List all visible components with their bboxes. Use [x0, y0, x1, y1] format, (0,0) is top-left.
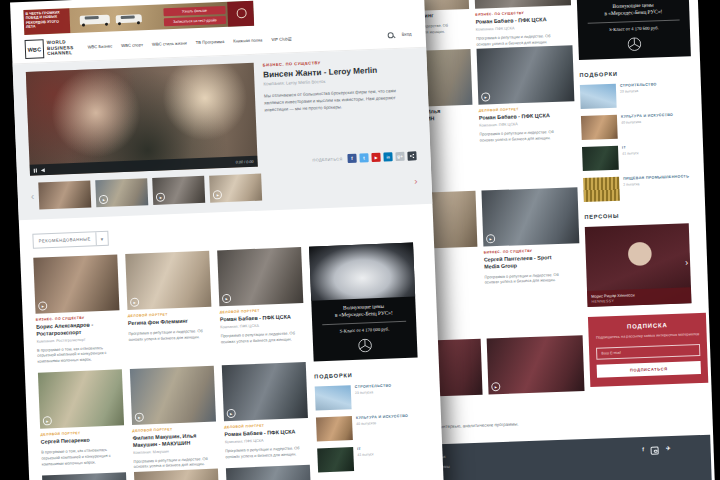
login-link[interactable]: Вход — [402, 31, 412, 36]
card-photo: ▶ — [217, 247, 303, 306]
video-card[interactable]: ▶ ДЕЛОВОЙ ПОРТРЕТ Филипп Макушин, Илья М… — [130, 366, 218, 471]
video-card[interactable]: БИЗНЕС. ПО СУЩЕСТВУ Роман Бабаев - ПФК Ц… — [473, 0, 560, 49]
social-icon[interactable] — [651, 447, 659, 455]
card-photo[interactable] — [226, 465, 312, 480]
video-card[interactable]: ▶ ДЕЛОВОЙ ПОРТРЕТ Роман Бабаев - ПФК ЦСК… — [477, 46, 566, 191]
share-icon[interactable]: in — [383, 152, 392, 161]
mercedes-ad[interactable]: Волнующие цены в «Мерседес-Бенц РУС»! S-… — [575, 0, 691, 60]
carousel-next-button[interactable]: › — [414, 176, 418, 186]
video-card[interactable]: ▶ БИЗНЕС. ПО СУЩЕСТВУ Сергей Пантелеев -… — [481, 188, 570, 339]
collection-thumb — [317, 447, 354, 472]
nav-item[interactable]: Книжная полка — [233, 37, 262, 43]
pause-icon[interactable] — [34, 168, 38, 172]
collection-title[interactable]: IT — [622, 145, 638, 150]
collection-title[interactable]: СТРОИТЕЛЬСТВО — [355, 383, 392, 389]
learn-more-button[interactable]: Узнать больше — [163, 5, 225, 15]
brand-panel — [227, 1, 254, 27]
carousel-thumb[interactable]: ▶ — [153, 176, 206, 205]
chevron-down-icon[interactable]: ▾ — [95, 232, 107, 245]
footer-social: f✈ — [642, 445, 697, 462]
share-more-icon[interactable] — [407, 151, 416, 160]
card-company: Компания: ПФК ЦСКА — [220, 322, 304, 329]
card-title[interactable]: Сергей Пантелеев - Sport Media Group — [484, 254, 568, 270]
video-card[interactable]: ▶ ДЕЛОВОЙ ПОРТРЕТ Роман Бабаев - ПФК ЦСК… — [217, 247, 305, 357]
subscribe-text: Подпишитесь на рассылку самых интересных… — [596, 332, 700, 341]
carousel-prev-button[interactable]: ‹ — [31, 191, 35, 201]
test-drive-button[interactable]: Записаться на тест-драйв — [164, 15, 226, 25]
collection-item[interactable]: IT 41 выпуск — [582, 143, 695, 171]
collections-heading: ПОДБОРКИ — [314, 369, 418, 379]
footer-link[interactable]: ФотоБанк — [427, 451, 537, 460]
collection-item[interactable]: ПИЩЕВАЯ ПРОМЫШЛЕННОСТЬ 2 выпуска — [583, 174, 696, 202]
play-icon: ▶ — [222, 294, 231, 303]
video-card[interactable]: ▶ БИЗНЕС. ПО СУЩЕСТВУ Борис Александров … — [33, 254, 121, 364]
card-title[interactable]: Сергей Писаренко — [41, 435, 125, 445]
collection-title[interactable]: СТРОИТЕЛЬСТВО — [620, 82, 657, 88]
subscribe-button[interactable]: ПОДПИСАТЬСЯ — [597, 361, 701, 378]
nav-item[interactable]: WBC стиль жизни — [152, 40, 187, 46]
card-title[interactable]: Борис Александров - Ростагроэкспорт — [36, 320, 120, 337]
collection-count: 40 выпусков — [621, 119, 673, 125]
header-right: Вход — [388, 31, 412, 38]
nav-item[interactable]: WBC Бизнес — [87, 43, 112, 49]
card-title[interactable]: Филипп Макушин, Илья Макушин - МАКУШИН — [132, 432, 216, 449]
carousel-thumb[interactable]: ▶ — [96, 178, 149, 207]
share-icon[interactable]: f — [347, 154, 356, 163]
collection-count: 23 выпуска — [620, 89, 657, 94]
nav-item[interactable]: WBC спорт — [121, 42, 143, 48]
card-photo[interactable] — [42, 473, 128, 480]
video-card[interactable]: ▶ ДЕЛОВОЙ ПОРТРЕТ Регина фон Флемминг Пр… — [125, 251, 213, 361]
video-card[interactable]: ▶ ДЕЛОВОЙ ПОРТРЕТ Сергей Писаренко В про… — [38, 369, 126, 474]
hamburger-icon[interactable]: ≡ — [288, 35, 292, 42]
video-card[interactable]: ▶ ДЕЛОВОЙ ПОРТРЕТ Роман Бабаев - ПФК ЦСК… — [222, 362, 310, 467]
search-icon[interactable] — [388, 32, 394, 38]
collection-title[interactable]: КУЛЬТУРА И ИСКУССТВО — [621, 112, 673, 119]
collection-count: 41 выпуск — [357, 453, 373, 458]
collection-title[interactable]: ПИЩЕВАЯ ПРОМЫШЛЕННОСТЬ — [623, 174, 689, 181]
mercedes-ad[interactable]: Волнующие цены в «Мерседес-Бенц РУС»! S-… — [309, 243, 418, 362]
social-icon[interactable]: f — [642, 447, 644, 453]
car-icon — [80, 15, 110, 25]
collection-title[interactable]: КУЛЬТУРА И ИСКУССТВО — [356, 413, 408, 420]
share-icon[interactable]: t — [359, 153, 368, 162]
social-icon[interactable]: ✈ — [666, 446, 671, 452]
footer-link[interactable]: Программы — [427, 461, 537, 470]
recommended-dropdown[interactable]: РЕКОМЕНДОВАННЫЕ ▾ — [32, 231, 108, 249]
collection-count: 2 выпуска — [623, 181, 689, 187]
collection-title[interactable]: IT — [357, 446, 373, 451]
card-photo[interactable] — [134, 469, 220, 480]
collection-thumb — [581, 114, 618, 139]
right-sidebar: Волнующие цены в «Мерседес-Бенц РУС»! S-… — [575, 0, 702, 391]
collections-list: СТРОИТЕЛЬСТВО 23 выпуска КУЛЬТУРА И ИСКУ… — [580, 81, 696, 202]
carousel-thumb[interactable]: ▶ — [209, 174, 262, 203]
mercedes-star-icon — [313, 336, 417, 354]
car-icon — [116, 14, 142, 23]
collection-item[interactable]: КУЛЬТУРА И ИСКУССТВО 40 выпусков — [316, 413, 421, 441]
card-title[interactable]: Регина фон Флемминг — [128, 317, 212, 327]
email-input[interactable] — [596, 344, 700, 360]
share-icon[interactable]: g+ — [395, 152, 404, 161]
video-card[interactable]: ▶ — [487, 336, 573, 395]
share-icon[interactable]: ▶ — [371, 153, 380, 162]
carousel-thumb[interactable] — [39, 180, 92, 209]
collection-item[interactable]: СТРОИТЕЛЬСТВО 23 выпуска — [580, 81, 693, 109]
collection-thumb — [582, 145, 619, 170]
collection-count: 40 выпусков — [356, 420, 408, 426]
collection-item[interactable]: IT 41 выпуск — [317, 444, 422, 472]
collection-item[interactable]: СТРОИТЕЛЬСТВО 23 выпуска — [315, 382, 420, 410]
right-column-b: БИЗНЕС. ПО СУЩЕСТВУ Роман Бабаев - ПФК Ц… — [473, 0, 584, 394]
card-company: Компания: Макушин — [133, 447, 217, 454]
card-company: Компания: ПФК ЦСКА — [479, 120, 563, 127]
volume-icon[interactable] — [41, 168, 45, 172]
wbc-logo[interactable]: WBC WORLDBUSINESSCHANNEL — [25, 38, 74, 59]
collection-item[interactable]: КУЛЬТУРА И ИСКУССТВО 40 выпусков — [581, 112, 694, 140]
time-display: 0:00 / 0:00 — [236, 159, 254, 164]
nav-item[interactable]: VIP Club — [271, 36, 288, 42]
collection-thumb — [583, 176, 620, 201]
person-card[interactable]: › Морис Ришар Хеннесси HENNESSY — [585, 223, 692, 307]
video-player[interactable]: 0:00 / 0:00 — [26, 63, 258, 176]
card-description: Программа о репутации и лидерстве. Об ос… — [128, 327, 212, 342]
nav-item[interactable]: ТВ Программа — [196, 39, 225, 45]
person-next-icon[interactable]: › — [685, 257, 688, 267]
ad-title: Волнующие цены в «Мерседес-Бенц РУС»! — [577, 0, 690, 19]
